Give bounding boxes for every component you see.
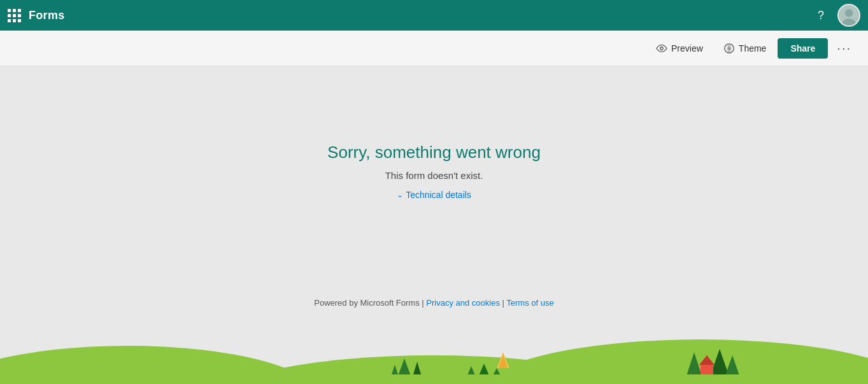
share-label: Share: [790, 43, 815, 53]
error-subtitle: This form doesn't exist.: [385, 170, 483, 181]
nav-right: ?: [809, 4, 860, 27]
svg-point-5: [728, 47, 730, 50]
top-navbar: Forms ?: [0, 0, 868, 31]
help-button[interactable]: ?: [809, 4, 832, 27]
terms-of-use-link[interactable]: Terms of use: [506, 298, 553, 308]
share-button[interactable]: Share: [778, 38, 828, 59]
preview-icon: [656, 44, 667, 53]
chevron-down-icon: ⌄: [397, 190, 403, 199]
preview-button[interactable]: Preview: [647, 38, 712, 59]
theme-label: Theme: [739, 43, 767, 53]
preview-label: Preview: [671, 43, 703, 53]
svg-point-1: [845, 9, 853, 17]
theme-button[interactable]: Theme: [715, 38, 776, 59]
more-options-icon: ···: [837, 41, 851, 55]
technical-details-label: Technical details: [406, 190, 471, 200]
app-title: Forms: [29, 9, 65, 22]
svg-point-3: [660, 46, 664, 50]
svg-rect-23: [0, 374, 868, 384]
user-avatar-image: [839, 4, 859, 27]
nav-left: Forms: [8, 9, 65, 22]
powered-by-text: Powered by Microsoft Forms |: [314, 298, 423, 308]
footer: Powered by Microsoft Forms | Privacy and…: [314, 298, 553, 308]
main-content: Sorry, something went wrong This form do…: [0, 66, 868, 384]
privacy-cookies-link[interactable]: Privacy and cookies: [426, 298, 500, 308]
theme-icon: [723, 43, 735, 54]
help-icon: ?: [818, 9, 824, 22]
landscape-decoration: [0, 333, 868, 384]
technical-details-button[interactable]: ⌄ Technical details: [397, 190, 471, 200]
avatar[interactable]: [837, 4, 860, 27]
error-title: Sorry, something went wrong: [327, 143, 541, 162]
waffle-menu-icon[interactable]: [8, 9, 21, 22]
toolbar: Preview Theme Share ···: [0, 31, 868, 66]
more-options-button[interactable]: ···: [830, 36, 858, 60]
